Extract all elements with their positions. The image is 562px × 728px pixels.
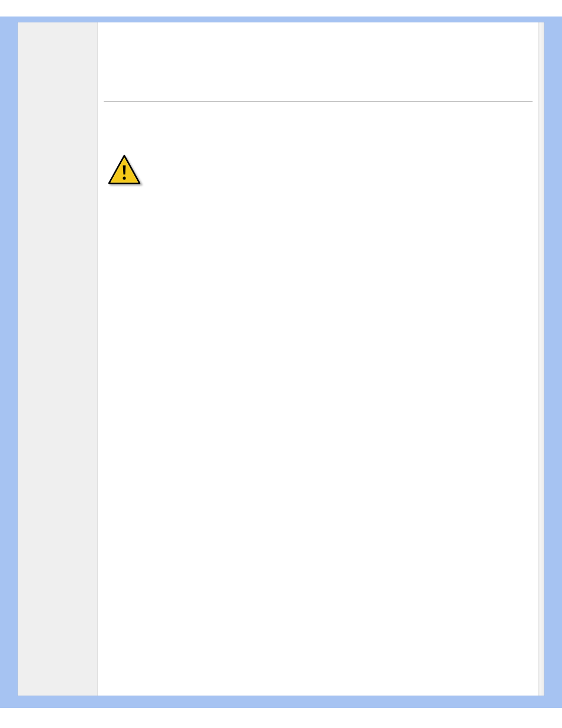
main-content [98, 22, 538, 696]
sidebar [18, 22, 98, 696]
title-bar-area [0, 0, 562, 17]
content-card [18, 22, 544, 696]
scrollbar-thumb[interactable] [540, 22, 544, 696]
section-divider [104, 101, 533, 101]
bottom-strip [0, 708, 562, 728]
sidebar-divider [97, 22, 98, 696]
scrollbar-vertical[interactable] [538, 22, 544, 696]
warning-icon [107, 154, 144, 187]
window-frame [0, 0, 562, 728]
svg-point-0 [123, 177, 126, 180]
